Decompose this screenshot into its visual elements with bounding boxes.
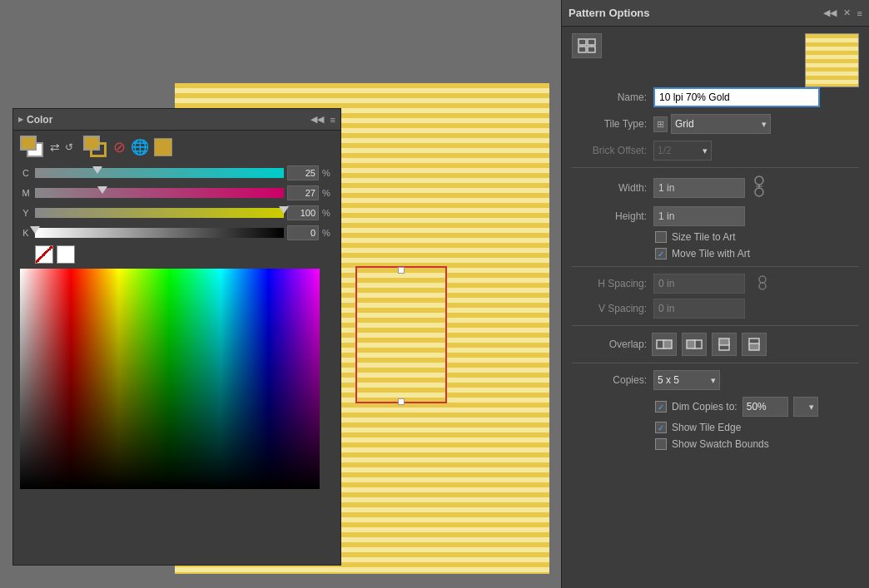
- dim-copies-dropdown-wrapper: [793, 397, 818, 417]
- swatch-preview: [805, 33, 859, 87]
- show-tile-edge-checkbox[interactable]: ✓: [655, 422, 667, 433]
- m-slider-thumb[interactable]: [97, 186, 107, 194]
- height-input[interactable]: [653, 206, 745, 226]
- brick-offset-select-wrapper: 1/2 1/3 1/4: [653, 141, 712, 161]
- show-swatch-bounds-label: Show Swatch Bounds: [672, 438, 769, 450]
- brick-offset-row: Brick Offset: 1/2 1/3 1/4: [572, 141, 859, 161]
- m-slider-track[interactable]: [35, 188, 284, 198]
- h-spacing-link-icon[interactable]: [755, 275, 770, 293]
- svg-point-11: [759, 283, 766, 289]
- fit-to-tile-button[interactable]: [572, 33, 602, 58]
- divider-1: [572, 167, 859, 168]
- globe-icon[interactable]: 🌐: [131, 138, 149, 156]
- y-slider-track[interactable]: [35, 208, 284, 218]
- v-spacing-input[interactable]: [653, 299, 745, 319]
- copies-select[interactable]: 5 x 5 3 x 3 7 x 7: [653, 370, 720, 390]
- height-label: Height:: [572, 210, 647, 222]
- divider-4: [572, 363, 859, 363]
- k-slider-track[interactable]: [35, 228, 284, 238]
- overlap-btn-2[interactable]: [682, 333, 707, 356]
- show-tile-edge-row: ✓ Show Tile Edge: [655, 422, 859, 433]
- h-spacing-row: H Spacing:: [572, 274, 859, 294]
- y-slider-input[interactable]: [287, 205, 319, 220]
- close-icon[interactable]: ✕: [843, 7, 851, 18]
- color-gradient-picker[interactable]: [20, 269, 320, 489]
- move-tile-label: Move Tile with Art: [672, 248, 750, 259]
- v-spacing-label: V Spacing:: [572, 303, 647, 314]
- color-panel-collapse-icon[interactable]: ◀◀: [310, 114, 324, 125]
- svg-point-7: [755, 188, 763, 196]
- width-label: Width:: [572, 182, 647, 194]
- show-swatch-bounds-checkbox[interactable]: [655, 438, 667, 450]
- tile-type-select[interactable]: Grid Brick by Row Brick by Column Hex by…: [671, 114, 771, 134]
- link-dimensions-icon[interactable]: [752, 175, 767, 201]
- show-swatch-bounds-row: Show Swatch Bounds: [655, 438, 859, 450]
- color-swatch-small[interactable]: [154, 138, 172, 156]
- brick-offset-select[interactable]: 1/2 1/3 1/4: [653, 141, 712, 161]
- swap-colors-icon[interactable]: ⇄: [50, 141, 60, 154]
- c-slider-input[interactable]: [287, 166, 319, 180]
- c-slider-thumb[interactable]: [92, 166, 102, 174]
- swatch-row: [35, 245, 334, 264]
- c-pct: %: [322, 168, 334, 178]
- k-slider-thumb[interactable]: [30, 226, 40, 234]
- divider-2: [572, 266, 859, 267]
- y-slider-row: Y %: [20, 205, 334, 220]
- svg-rect-3: [588, 47, 595, 52]
- tile-type-label: Tile Type:: [572, 118, 647, 130]
- dim-copies-select[interactable]: [793, 397, 818, 417]
- svg-rect-20: [749, 343, 759, 350]
- k-slider-input[interactable]: [287, 225, 319, 240]
- window-controls[interactable]: ◀◀ ✕ ≡: [823, 7, 862, 18]
- y-slider-thumb[interactable]: [279, 206, 289, 214]
- overlap-row: Overlap:: [572, 333, 859, 356]
- overlap-btn-1[interactable]: [652, 333, 677, 356]
- dim-copies-label: Dim Copies to:: [672, 401, 737, 413]
- dim-copies-checkbox[interactable]: ✓: [655, 401, 667, 413]
- stroke-fill-icon[interactable]: [83, 136, 108, 159]
- width-input[interactable]: [653, 178, 745, 198]
- tile-type-control: ⊞ Grid Brick by Row Brick by Column Hex …: [653, 114, 771, 134]
- no-color-swatch[interactable]: [35, 245, 53, 264]
- dim-copies-row: ✓ Dim Copies to:: [655, 397, 859, 417]
- fg-bg-icon[interactable]: [20, 136, 45, 159]
- color-icons-row: ⇄ ↺ ⊘ 🌐: [20, 136, 334, 159]
- overlap-label: Overlap:: [572, 338, 647, 350]
- reset-colors-icon[interactable]: ↺: [65, 141, 73, 153]
- svg-rect-14: [663, 340, 672, 348]
- name-label: Name:: [572, 91, 647, 103]
- dim-copies-input[interactable]: [742, 397, 788, 417]
- move-tile-checkbox[interactable]: ✓: [655, 248, 667, 259]
- collapse-icon[interactable]: ◀◀: [823, 7, 837, 18]
- color-panel-body: ⇄ ↺ ⊘ 🌐 C % M: [13, 131, 340, 494]
- c-slider-track[interactable]: [35, 168, 284, 178]
- h-spacing-input[interactable]: [653, 274, 745, 294]
- color-panel-menu-icon[interactable]: ≡: [330, 115, 335, 125]
- divider-3: [572, 325, 859, 326]
- fit-btn-col: [572, 33, 602, 67]
- white-swatch[interactable]: [57, 245, 75, 264]
- m-pct: %: [322, 188, 334, 198]
- m-slider-input[interactable]: [287, 185, 319, 200]
- top-row: [572, 33, 859, 87]
- move-tile-row: ✓ Move Tile with Art: [655, 248, 859, 259]
- tile-box: [355, 266, 447, 403]
- fg-color-box[interactable]: [20, 136, 37, 151]
- copies-row: Copies: 5 x 5 3 x 3 7 x 7: [572, 370, 859, 390]
- overlap-btn-3[interactable]: [712, 333, 737, 356]
- color-panel: ▸ Color ◀◀ ≡ ⇄ ↺ ⊘ 🌐 C: [12, 108, 341, 566]
- color-panel-controls[interactable]: ◀◀ ≡: [310, 114, 335, 125]
- size-tile-checkbox[interactable]: [655, 231, 667, 243]
- pattern-panel-titlebar: Pattern Options ◀◀ ✕ ≡: [562, 0, 869, 27]
- tile-type-select-wrapper: Grid Brick by Row Brick by Column Hex by…: [671, 114, 771, 134]
- overlap-btn-4[interactable]: [742, 333, 767, 356]
- copies-label: Copies:: [572, 374, 647, 386]
- color-panel-titlebar: ▸ Color ◀◀ ≡: [13, 109, 340, 131]
- name-input[interactable]: [653, 87, 820, 107]
- pattern-panel-body: Name: Tile Type: ⊞ Grid Brick by Row Bri…: [562, 27, 869, 462]
- show-tile-edge-label: Show Tile Edge: [672, 422, 741, 433]
- m-label: M: [20, 188, 32, 198]
- none-icon[interactable]: ⊘: [113, 140, 126, 155]
- menu-icon[interactable]: ≡: [857, 8, 862, 18]
- svg-point-6: [755, 176, 763, 185]
